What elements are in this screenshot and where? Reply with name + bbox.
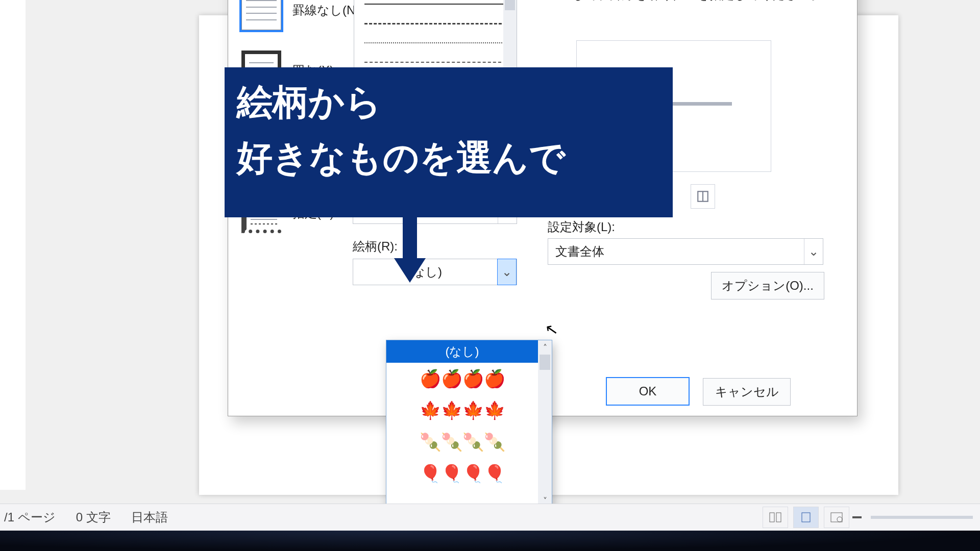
- view-print-layout-button[interactable]: [793, 507, 819, 528]
- apply-to-value: 文書全体: [548, 243, 804, 260]
- svg-point-8: [837, 517, 842, 522]
- video-player-bar: [0, 531, 980, 551]
- read-mode-icon: [769, 512, 781, 522]
- line-style-dash[interactable]: [364, 23, 506, 24]
- chevron-down-icon: ⌄: [804, 239, 823, 264]
- ok-button[interactable]: OK: [606, 377, 690, 406]
- callout-arrow-icon: [394, 214, 426, 283]
- status-lang[interactable]: 日本語: [131, 509, 168, 525]
- pattern-option-art-4[interactable]: 🎈🎈🎈🎈: [386, 458, 538, 489]
- apply-to-select[interactable]: 文書全体 ⌄: [548, 238, 823, 265]
- pattern-select[interactable]: (なし) ⌄: [353, 259, 517, 285]
- svg-rect-6: [802, 513, 810, 522]
- zoom-slider[interactable]: [871, 516, 973, 519]
- pattern-dropdown-popup: (なし) 🍎🍎🍎🍎 🍁🍁🍁🍁 🍡🍡🍡🍡 🎈🎈🎈🎈 ˄ ˅: [386, 340, 552, 508]
- status-right: [761, 504, 973, 531]
- dropdown-scroll-track[interactable]: [538, 355, 552, 493]
- view-read-mode-button[interactable]: [763, 507, 788, 528]
- pattern-option-none[interactable]: (なし): [386, 340, 538, 363]
- status-words[interactable]: 0 文字: [76, 509, 111, 525]
- scroll-up-icon[interactable]: ˄: [538, 340, 552, 355]
- preview-toggle-vertical[interactable]: [691, 184, 715, 209]
- options-button[interactable]: オプション(O)...: [711, 272, 824, 299]
- callout-line-1: 絵柄から: [237, 74, 660, 130]
- pattern-option-art-2[interactable]: 🍁🍁🍁🍁: [386, 394, 538, 426]
- zoom-out-icon[interactable]: [852, 516, 862, 518]
- preset-none-icon: [241, 0, 281, 30]
- left-strip: [0, 0, 26, 490]
- status-bar: /1 ページ 0 文字 日本語: [0, 504, 980, 531]
- preset-option-none[interactable]: 罫線なし(N): [241, 0, 359, 30]
- line-style-solid[interactable]: [364, 4, 506, 5]
- apply-to-label: 設定対象(L):: [548, 219, 615, 235]
- view-web-layout-button[interactable]: [824, 507, 849, 528]
- tutorial-callout: 絵柄から 好きなものを選んで: [225, 67, 673, 217]
- cancel-button[interactable]: キャンセル: [703, 378, 791, 406]
- app-background: 罫線なし(N) 囲む(X) 指定(U): [0, 0, 980, 551]
- dropdown-scroll-thumb[interactable]: [540, 355, 550, 370]
- chevron-down-icon: ⌄: [497, 259, 517, 285]
- preset-none-label: 罫線なし(N): [292, 2, 359, 18]
- line-style-dot[interactable]: [364, 42, 506, 43]
- style-scroll-thumb[interactable]: [505, 0, 515, 10]
- pattern-label: 絵柄(R):: [353, 238, 398, 255]
- callout-line-2: 好きなものを選んで: [237, 130, 660, 186]
- svg-rect-4: [770, 513, 774, 522]
- line-style-dash2[interactable]: [364, 62, 506, 63]
- print-layout-icon: [800, 512, 812, 523]
- web-layout-icon: [830, 512, 843, 523]
- preview-instruction: して、罫線を引く位置を指定してください。: [552, 0, 843, 5]
- pattern-option-art-3[interactable]: 🍡🍡🍡🍡: [386, 426, 538, 458]
- pattern-dropdown-list: (なし) 🍎🍎🍎🍎 🍁🍁🍁🍁 🍡🍡🍡🍡 🎈🎈🎈🎈: [386, 340, 538, 508]
- svg-rect-7: [831, 513, 842, 522]
- dropdown-scrollbar[interactable]: ˄ ˅: [538, 340, 552, 508]
- border-vertical-icon: [696, 190, 709, 203]
- svg-rect-5: [776, 513, 781, 522]
- pattern-option-art-1[interactable]: 🍎🍎🍎🍎: [386, 363, 538, 394]
- status-page[interactable]: /1 ページ: [4, 509, 56, 525]
